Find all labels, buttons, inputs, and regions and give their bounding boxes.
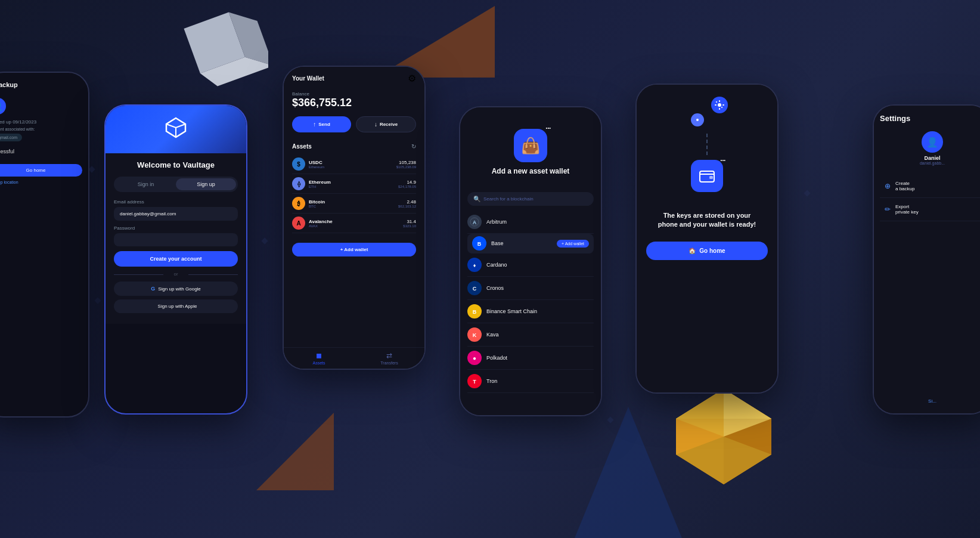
p5-gear-cluster: [686, 97, 728, 126]
p4-icon-section: 👜 ••• Add a new asset wallet: [467, 117, 594, 192]
table-row[interactable]: ₿ Bitcoin BTC 2.48 $62,103.12: [292, 194, 416, 214]
p3-gear-icon[interactable]: ⚙: [408, 73, 416, 84]
p4-search-icon: 🔍: [473, 196, 480, 202]
svg-rect-34: [722, 104, 724, 106]
list-item[interactable]: C Cronos: [467, 277, 594, 300]
tab-signup[interactable]: Sign up: [176, 178, 236, 190]
p1-success: successful: [0, 149, 82, 154]
list-item[interactable]: B Binance Smart Chain: [467, 300, 594, 323]
svg-text:A: A: [473, 219, 477, 225]
base-add-wallet-btn[interactable]: + Add wallet: [557, 240, 589, 248]
svg-rect-33: [715, 104, 717, 106]
p2-header: [106, 106, 246, 153]
p3-navbar: ◼ Assets ⇄ Transfers: [284, 347, 424, 369]
phone-settings: Settings 👤 Daniel daniel.gabb... ⊕ Creat…: [873, 104, 980, 415]
p3-actions: ↑ Send ↓ Receive: [284, 116, 424, 138]
go-home-label: Go home: [699, 248, 725, 254]
usdc-name: USDC: [309, 160, 324, 165]
avax-usd: $323.10: [403, 224, 416, 228]
google-icon: G: [151, 286, 155, 292]
table-row[interactable]: $ USDC Ethereum 105,238 $105,238.09: [292, 154, 416, 174]
nav-assets[interactable]: ◼ Assets: [284, 351, 354, 365]
p4-screen: 👜 ••• Add a new asset wallet 🔍 Search fo…: [460, 107, 601, 415]
bnb-icon: B: [467, 304, 482, 319]
avax-icon: A: [292, 217, 305, 230]
p1-avatar: 👤: [0, 98, 6, 115]
asset-left-eth: ⟠ Ethereum ETH: [292, 177, 331, 190]
nav-transfers-label: Transfers: [380, 361, 398, 365]
p2-password-input[interactable]: [114, 233, 238, 246]
menu-item-export[interactable]: ✏ Export private key: [880, 198, 980, 221]
menu-item-backup[interactable]: ⊕ Create a backup: [880, 175, 980, 198]
list-item[interactable]: ♦ Cardano: [467, 253, 594, 277]
table-row[interactable]: ⟠ Ethereum ETH 14.9 $24,178.05: [292, 174, 416, 194]
table-row[interactable]: A Avalanche AVAX 31.4 $323.10: [292, 214, 416, 233]
p3-receive-btn[interactable]: ↓ Receive: [356, 116, 416, 132]
polkadot-icon: ●: [467, 351, 482, 365]
receive-label: Receive: [380, 122, 398, 127]
p2-google-btn[interactable]: G Sign up with Google: [114, 282, 238, 296]
p5-go-home-btn[interactable]: 🏠 Go home: [646, 242, 768, 260]
backup-text: Create: [895, 181, 914, 186]
usdc-usd: $105,238.09: [396, 165, 416, 169]
tab-signin[interactable]: Sign in: [116, 178, 176, 190]
p3-balance-amount: $366,755.12: [292, 97, 416, 109]
list-item[interactable]: T Tron: [467, 370, 594, 393]
phone-add-asset: 👜 ••• Add a new asset wallet 🔍 Search fo…: [459, 106, 602, 416]
vaultage-logo: [164, 116, 188, 143]
list-item[interactable]: A Arbitrum: [467, 211, 594, 234]
p2-apple-btn[interactable]: Sign up with Apple: [114, 299, 238, 313]
list-item[interactable]: K Kava: [467, 323, 594, 347]
p4-search-bar[interactable]: 🔍 Search for a blockchain: [467, 192, 594, 206]
p1-home-btn[interactable]: Go home: [0, 164, 82, 177]
p1-backup-link[interactable]: backup location: [0, 180, 82, 184]
p4-wallet-icon: 👜 •••: [514, 129, 547, 162]
btc-usd: $62,103.12: [398, 205, 416, 208]
p5-animation: •••: [686, 97, 728, 202]
backup-text2: a backup: [895, 186, 914, 191]
p3-assets-header: Assets ↻: [292, 143, 416, 150]
p5-keys-message: The keys are stored on your phone and yo…: [658, 211, 756, 230]
btc-chain: BTC: [309, 205, 325, 208]
svg-rect-35: [716, 101, 718, 103]
p2-email-label: Email address: [114, 199, 238, 205]
svg-rect-39: [709, 176, 713, 179]
phone-signup: Welcome to Vaultage Sign in Sign up Emai…: [104, 104, 247, 415]
p6-bottom-link[interactable]: Si...: [880, 398, 980, 404]
list-item[interactable]: ● Polkadot: [467, 347, 594, 370]
p3-refresh-icon[interactable]: ↻: [411, 143, 416, 150]
p6-user-name: Daniel: [924, 155, 940, 161]
p3-add-wallet-btn[interactable]: + Add wallet: [292, 243, 416, 256]
backup-label: Create a backup: [895, 181, 914, 191]
p4-search-placeholder: Search for a blockchain: [483, 196, 534, 202]
phone-backup: y backup 👤 backed up 09/12/2023 account …: [0, 72, 89, 418]
eth-values: 14.9 $24,178.05: [398, 180, 416, 188]
svg-rect-31: [719, 100, 720, 102]
p1-title: y backup: [0, 81, 82, 88]
p3-wallet-title: Your Wallet: [292, 75, 324, 82]
p2-create-account-btn[interactable]: Create your account: [114, 251, 238, 267]
p2-auth-tabs: Sign in Sign up: [114, 177, 238, 192]
kava-name: Kava: [486, 332, 499, 338]
eth-chain: ETH: [309, 185, 331, 188]
arbitrum-left: A Arbitrum: [467, 215, 507, 229]
nav-assets-label: Assets: [312, 361, 325, 365]
eth-icon: ⟠: [292, 177, 305, 190]
eth-amount: 14.9: [398, 180, 416, 185]
svg-text:C: C: [473, 286, 477, 292]
p2-email-input[interactable]: daniel.gabbay@gmail.com: [114, 207, 238, 221]
svg-text:K: K: [473, 332, 477, 338]
cronos-icon: C: [467, 281, 482, 295]
phone-backup-content: y backup 👤 backed up 09/12/2023 account …: [0, 73, 88, 193]
base-left: B Base: [472, 236, 504, 251]
p3-send-btn[interactable]: ↑ Send: [292, 116, 351, 132]
nav-transfers[interactable]: ⇄ Transfers: [354, 351, 424, 365]
list-item[interactable]: B Base + Add wallet: [467, 234, 594, 253]
google-btn-label: Sign up with Google: [158, 286, 201, 292]
usdc-amount: 105,238: [396, 160, 416, 165]
bnb-name: Binance Smart Chain: [486, 308, 537, 314]
base-icon: B: [472, 236, 486, 251]
tron-name: Tron: [486, 378, 497, 384]
p5-dots: •••: [721, 157, 725, 163]
usdc-values: 105,238 $105,238.09: [396, 160, 416, 169]
